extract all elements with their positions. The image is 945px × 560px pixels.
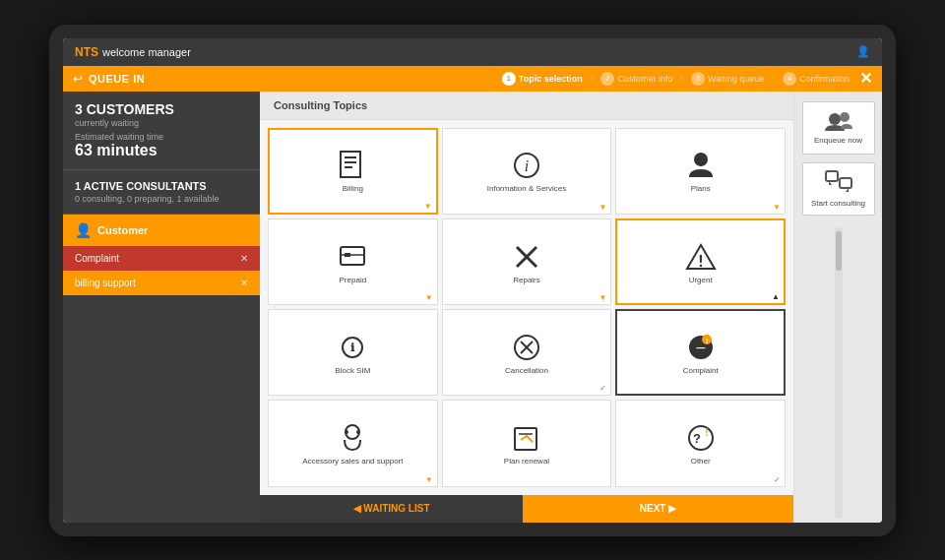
- svg-point-6: [694, 153, 708, 166]
- repairs-icon: [511, 241, 542, 273]
- topic-block-sim[interactable]: ℹ Block SIM: [268, 309, 438, 396]
- consulting-icon: [825, 170, 852, 196]
- next-label: NEXT ▶: [640, 503, 676, 514]
- queue-item-billing[interactable]: billing support ✕: [63, 271, 260, 295]
- step-1-num: 1: [502, 72, 516, 86]
- svg-text:!: !: [705, 337, 708, 345]
- topic-plan-renewal[interactable]: Plan renewal: [442, 400, 612, 486]
- cancellation-label: Cancellation: [505, 366, 548, 376]
- svg-point-24: [345, 430, 348, 434]
- enqueue-icon: [825, 111, 852, 133]
- step-4-num: 4: [783, 72, 796, 86]
- consultants-detail: 0 consulting, 0 preparing, 1 available: [75, 194, 248, 204]
- svg-text:!: !: [705, 427, 708, 438]
- right-area: Consulting Topics Billing ▼: [260, 92, 793, 523]
- scrollbar-thumb: [836, 231, 842, 271]
- topics-header: Consulting Topics: [260, 92, 793, 120]
- customer-label: Customer: [97, 224, 148, 236]
- topic-plans[interactable]: Plans ▼: [615, 128, 786, 215]
- prepaid-arrow: ▼: [425, 293, 433, 302]
- topic-other[interactable]: ? ! Other ✓: [615, 400, 786, 486]
- complaint-icon: – !: [685, 332, 717, 363]
- customer-avatar-icon: 👤: [75, 222, 92, 238]
- plan-renewal-label: Plan renewal: [504, 457, 549, 467]
- main-area: 3 CUSTOMERS currently waiting Estimated …: [63, 92, 882, 523]
- information-icon: i: [511, 150, 542, 181]
- waiting-list-label: ◀ WAITING LIST: [353, 503, 430, 514]
- other-icon: ? !: [685, 422, 717, 454]
- billing-remove[interactable]: ✕: [240, 278, 248, 288]
- prepaid-icon: [337, 241, 368, 273]
- app-title: NTS welcome manager: [75, 45, 191, 59]
- repairs-arrow: ▼: [598, 293, 606, 302]
- next-button[interactable]: NEXT ▶: [523, 495, 793, 523]
- billing-icon: [337, 150, 368, 181]
- topic-billing[interactable]: Billing ▼: [268, 128, 438, 215]
- svg-point-32: [840, 112, 850, 122]
- step-4-label: Confirmation: [799, 74, 850, 84]
- top-bar: NTS welcome manager 👤: [63, 38, 882, 66]
- consultants-stats: 1 ACTIVE CONSULTANTS 0 consulting, 0 pre…: [63, 170, 260, 215]
- queue-label: QUEUE IN: [89, 73, 145, 85]
- step-1-label: Topic selection: [519, 74, 583, 84]
- accessory-arrow: ▼: [425, 475, 433, 484]
- user-menu[interactable]: 👤: [856, 45, 870, 58]
- block-sim-label: Block SIM: [335, 366, 370, 376]
- queue-item-complaint[interactable]: Complaint ✕: [63, 246, 260, 271]
- scrollbar[interactable]: [835, 227, 843, 519]
- queue-close-button[interactable]: ✕: [859, 69, 872, 88]
- urgent-icon: !: [685, 241, 717, 273]
- tablet-screen: NTS welcome manager 👤 ↩ QUEUE IN 1 Topic…: [63, 38, 882, 523]
- step-3: 3 Waiting queue: [691, 72, 764, 86]
- svg-text:ℹ: ℹ: [350, 342, 355, 353]
- topic-repairs[interactable]: Repairs ▼: [442, 218, 612, 305]
- step-1: 1 Topic selection: [502, 72, 583, 86]
- svg-rect-34: [840, 178, 851, 188]
- consultants-count: 1 ACTIVE CONSULTANTS: [75, 180, 248, 192]
- accessory-label: Accessory sales and support: [302, 457, 403, 467]
- queue-steps: 1 Topic selection › 2 Customer info › 3 …: [502, 72, 850, 86]
- tablet-frame: NTS welcome manager 👤 ↩ QUEUE IN 1 Topic…: [49, 25, 896, 536]
- cancellation-icon: [511, 332, 542, 363]
- topic-information[interactable]: i Information & Services ▼: [442, 128, 612, 215]
- block-sim-icon: ℹ: [337, 332, 368, 363]
- estimated-label: Estimated waiting time: [75, 132, 248, 142]
- customers-stats: 3 CUSTOMERS currently waiting Estimated …: [63, 92, 260, 170]
- user-icon: 👤: [856, 45, 870, 57]
- bottom-bar: ◀ WAITING LIST NEXT ▶: [260, 495, 793, 523]
- step-2: 2 Customer info: [600, 72, 672, 86]
- start-consulting-label: Start consulting: [811, 199, 865, 208]
- waiting-list-button[interactable]: ◀ WAITING LIST: [260, 495, 523, 523]
- left-panel: 3 CUSTOMERS currently waiting Estimated …: [63, 92, 260, 523]
- plans-label: Plans: [691, 184, 711, 194]
- svg-text:i: i: [525, 157, 529, 174]
- complaint-remove[interactable]: ✕: [240, 253, 248, 264]
- svg-rect-7: [341, 247, 364, 265]
- topic-complaint[interactable]: – ! Complaint: [615, 309, 786, 396]
- start-consulting-button[interactable]: Start consulting: [802, 162, 875, 216]
- customers-count: 3 CUSTOMERS: [75, 101, 248, 117]
- urgent-arrow: ▲: [772, 292, 780, 301]
- step-2-num: 2: [600, 72, 614, 86]
- waiting-time: 63 minutes: [75, 142, 248, 159]
- svg-rect-33: [826, 171, 838, 181]
- topic-urgent[interactable]: ! Urgent ▲: [615, 218, 786, 305]
- topic-accessory[interactable]: Accessory sales and support ▼: [268, 400, 438, 486]
- app-subtitle: welcome manager: [102, 46, 191, 58]
- waiting-label: currently waiting: [75, 118, 248, 128]
- billing-label: Billing: [343, 184, 363, 194]
- complaint-label: Complaint: [683, 366, 719, 376]
- plans-arrow: ▼: [773, 203, 781, 212]
- step-4: 4 Confirmation: [783, 72, 850, 86]
- svg-rect-26: [515, 428, 536, 450]
- topic-prepaid[interactable]: Prepaid ▼: [268, 218, 438, 305]
- svg-text:?: ?: [693, 431, 701, 446]
- svg-point-31: [829, 113, 841, 125]
- accessory-icon: [337, 422, 368, 454]
- topic-cancellation[interactable]: Cancellation ✓: [442, 309, 612, 396]
- step-2-label: Customer info: [617, 74, 672, 84]
- information-label: Information & Services: [487, 184, 566, 194]
- topics-grid: Billing ▼ i Information & Services ▼: [260, 120, 793, 495]
- billing-arrow: ▼: [424, 202, 432, 211]
- enqueue-now-button[interactable]: Enqueue now: [802, 101, 875, 155]
